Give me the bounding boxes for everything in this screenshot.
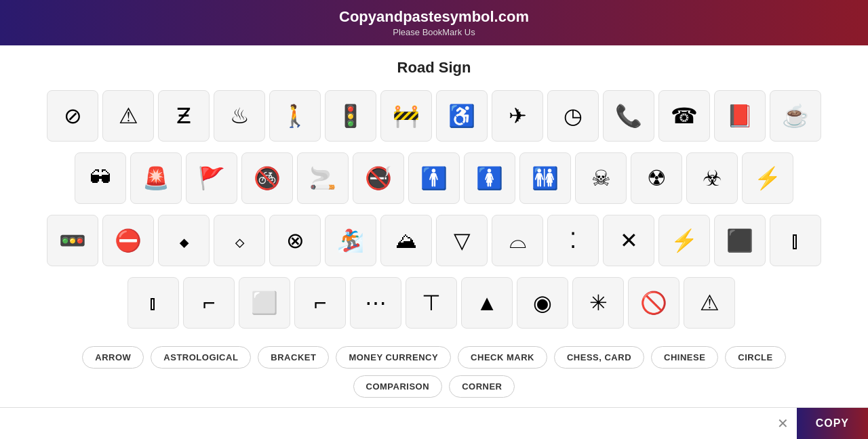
symbol-cell[interactable]: 🕶 — [75, 152, 126, 204]
header: Copyandpastesymbol.com Please BookMark U… — [0, 0, 868, 45]
category-arrow[interactable]: ARROW — [82, 346, 144, 369]
symbol-cell[interactable]: 🚦 — [325, 90, 376, 142]
symbol-cell[interactable]: 🚥 — [47, 215, 98, 266]
symbol-cell[interactable]: ⚡ — [742, 152, 793, 204]
symbol-cell[interactable]: 🚩 — [186, 152, 237, 204]
symbol-cell[interactable]: 🚳 — [241, 152, 293, 204]
symbol-cell[interactable]: 🏂 — [325, 215, 376, 266]
symbol-cell[interactable]: ⬦ — [214, 215, 265, 266]
symbol-cell[interactable]: ⚡ — [658, 215, 710, 266]
symbol-cell[interactable]: ⊘ — [47, 90, 98, 142]
main-content: Road Sign ⊘ ⚠ Ƶ ♨ 🚶 🚦 🚧 ♿ ✈ ◷ 📞 ☎ 📕 ☕ 🕶 … — [0, 45, 868, 439]
symbol-cell[interactable]: ♨ — [214, 90, 265, 142]
symbol-row-3: 🚥 ⛔ ⬥ ⬦ ⊗ 🏂 ⛰ ▽ ⌓ ⁚ ✕ ⚡ ⬛ ⫿ — [27, 215, 841, 266]
symbol-cell[interactable]: ⬜ — [239, 277, 290, 329]
symbol-cell[interactable]: ⋯ — [350, 277, 401, 329]
category-corner[interactable]: CORNER — [449, 375, 515, 398]
symbol-cell[interactable]: ⌐ — [183, 277, 235, 329]
symbol-cell[interactable]: ☎ — [658, 90, 710, 142]
symbol-cell[interactable]: ⚠ — [684, 277, 735, 329]
symbol-cell[interactable]: 🚨 — [130, 152, 182, 204]
symbol-cell[interactable]: ♿ — [436, 90, 488, 142]
symbol-cell[interactable]: 🚬 — [297, 152, 349, 204]
symbol-cell[interactable]: Ƶ — [158, 90, 210, 142]
symbol-row-1: ⊘ ⚠ Ƶ ♨ 🚶 🚦 🚧 ♿ ✈ ◷ 📞 ☎ 📕 ☕ — [27, 90, 841, 142]
category-money-currency[interactable]: MONEY CURRENCY — [336, 346, 451, 369]
symbol-cell[interactable]: ⊗ — [269, 215, 321, 266]
symbol-cell[interactable]: ☢ — [631, 152, 682, 204]
search-input[interactable] — [0, 408, 769, 439]
symbol-cell[interactable]: ◉ — [517, 277, 568, 329]
symbol-cell[interactable]: 🚶 — [269, 90, 321, 142]
clear-button[interactable]: ✕ — [769, 415, 797, 432]
site-subtitle: Please BookMark Us — [0, 27, 868, 37]
symbol-row-2: 🕶 🚨 🚩 🚳 🚬 🚭 🚹 🚺 🚻 ☠ ☢ ☣ ⚡ — [27, 152, 841, 204]
symbol-cell[interactable]: 🚹 — [408, 152, 460, 204]
symbol-cell[interactable]: 🚺 — [464, 152, 515, 204]
page-title: Road Sign — [27, 59, 841, 77]
symbol-cell[interactable]: ✈ — [492, 90, 543, 142]
symbol-cell[interactable]: ⛔ — [102, 215, 154, 266]
symbol-cell[interactable]: ☠ — [575, 152, 627, 204]
symbol-cell[interactable]: 🚭 — [353, 152, 404, 204]
symbol-cell[interactable]: ⛰ — [380, 215, 432, 266]
category-bracket[interactable]: BRACKET — [258, 346, 329, 369]
symbol-cell[interactable]: ⚠ — [102, 90, 154, 142]
copy-button[interactable]: COPY — [797, 408, 868, 439]
category-comparison[interactable]: COMPARISON — [353, 375, 443, 398]
symbol-cell[interactable]: ⫿ — [770, 215, 821, 266]
symbol-cell[interactable]: ☕ — [770, 90, 821, 142]
symbol-cell[interactable]: ▲ — [461, 277, 513, 329]
category-chinese[interactable]: CHINESE — [651, 346, 718, 369]
category-chess-card[interactable]: CHESS, CARD — [554, 346, 644, 369]
symbol-cell[interactable]: ⬥ — [158, 215, 210, 266]
symbol-cell[interactable]: ☣ — [686, 152, 738, 204]
search-bar: ✕ COPY — [0, 407, 868, 439]
symbol-cell[interactable]: ⌓ — [492, 215, 543, 266]
symbol-cell[interactable]: ⬛ — [714, 215, 766, 266]
category-check-mark[interactable]: CHECK MARK — [458, 346, 547, 369]
symbol-cell[interactable]: ▽ — [436, 215, 488, 266]
symbol-cell[interactable]: 🚧 — [380, 90, 432, 142]
category-circle[interactable]: CIRCLE — [725, 346, 785, 369]
symbol-cell[interactable]: ⌐ — [294, 277, 346, 329]
symbol-cell[interactable]: 📞 — [603, 90, 654, 142]
symbol-cell[interactable]: ⊤ — [406, 277, 457, 329]
symbol-cell[interactable]: 🚫 — [628, 277, 679, 329]
symbol-row-4: ⫾ ⌐ ⬜ ⌐ ⋯ ⊤ ▲ ◉ ✳ 🚫 ⚠ — [27, 277, 841, 329]
symbol-cell[interactable]: ✳ — [572, 277, 624, 329]
symbol-cell[interactable]: ◷ — [547, 90, 599, 142]
symbol-cell[interactable]: ⫾ — [127, 277, 179, 329]
symbol-cell[interactable]: ✕ — [603, 215, 654, 266]
symbol-cell[interactable]: 📕 — [714, 90, 766, 142]
category-section-1: ARROW ASTROLOGICAL BRACKET MONEY CURRENC… — [27, 339, 841, 404]
category-astrological[interactable]: ASTROLOGICAL — [151, 346, 251, 369]
site-title: Copyandpastesymbol.com — [0, 8, 868, 26]
symbol-cell[interactable]: ⁚ — [547, 215, 599, 266]
symbol-cell[interactable]: 🚻 — [519, 152, 571, 204]
